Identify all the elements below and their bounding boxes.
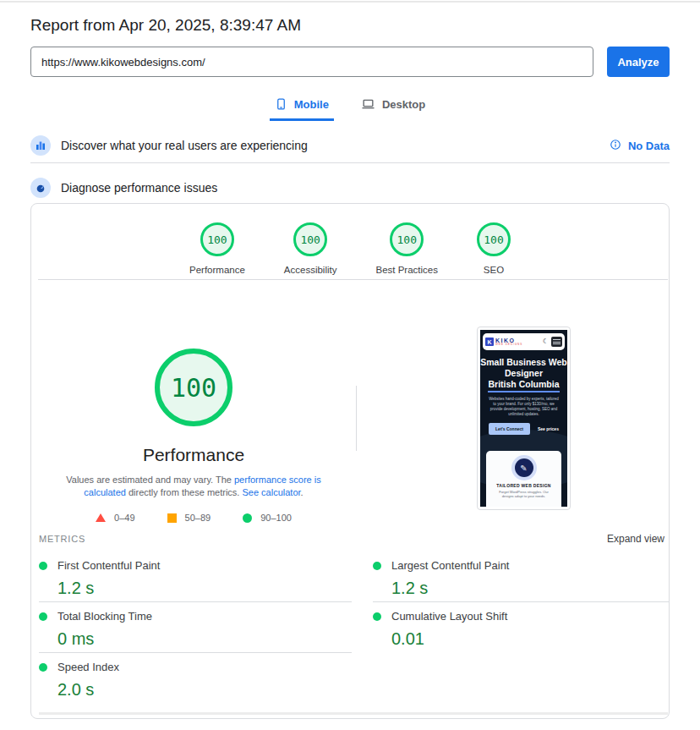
legend-pass: 90–100	[243, 513, 292, 523]
category-accessibility[interactable]: 100 Accessibility	[284, 222, 337, 275]
screenshot-headline: Small Business Web Designer British Colu…	[480, 357, 567, 392]
best-practices-score-label: Best Practices	[375, 265, 438, 275]
pass-dot-icon	[39, 562, 47, 570]
feature-body: Forget WordPress struggles. Our designs …	[493, 490, 555, 498]
metric-speed-index: Speed Index 2.0 s	[39, 652, 352, 703]
score-legend: 0–49 50–89 90–100	[31, 513, 356, 523]
metric-value: 0.01	[391, 628, 669, 649]
disclaimer-text-2: directly from these metrics.	[126, 487, 243, 497]
headline-line-2: Designer	[480, 368, 567, 379]
pass-dot-icon	[373, 562, 381, 570]
seo-score-label: SEO	[484, 265, 504, 275]
category-performance[interactable]: 100 Performance	[189, 222, 245, 275]
disclaimer-text-1: Values are estimated and may vary. The	[66, 475, 234, 485]
category-seo[interactable]: 100 SEO	[477, 222, 511, 275]
section-divider	[30, 162, 670, 163]
metric-first-contentful-paint: First Contentful Paint 1.2 s	[39, 552, 352, 601]
category-best-practices[interactable]: 100 Best Practices	[375, 222, 438, 275]
metric-value: 1.2 s	[57, 578, 352, 598]
performance-section: 100 Performance Values are estimated and…	[31, 280, 669, 533]
seo-score-circle: 100	[477, 222, 511, 256]
expand-view-button[interactable]: Expand view	[607, 533, 664, 545]
screenshot-brand-sub: WEB DESIGNS	[495, 343, 522, 346]
see-calculator-link[interactable]: See calculator	[242, 487, 300, 497]
tab-desktop[interactable]: Desktop	[356, 94, 430, 121]
metrics-heading: METRICS	[39, 534, 85, 544]
page-title: Report from Apr 20, 2025, 8:39:47 AM	[30, 15, 670, 36]
metric-cumulative-layout-shift: Cumulative Layout Shift 0.01	[373, 601, 669, 652]
pass-dot-icon	[39, 612, 47, 621]
lab-data-label: Diagnose performance issues	[61, 181, 217, 195]
fail-triangle-icon	[96, 513, 106, 522]
average-square-icon	[167, 513, 177, 523]
top-divider	[0, 1, 700, 3]
real-users-chart-icon	[30, 135, 51, 156]
feature-title: TAILORED WEB DESIGN	[486, 483, 561, 488]
info-icon[interactable]	[610, 139, 621, 153]
lab-data-row: Diagnose performance issues	[30, 178, 670, 198]
metric-total-blocking-time: Total Blocking Time 0 ms	[39, 601, 352, 652]
bottom-divider	[39, 712, 668, 715]
pass-circle-icon	[243, 513, 252, 523]
disclaimer-text-3: .	[301, 487, 304, 497]
field-data-label: Discover what your real users are experi…	[61, 139, 308, 152]
metric-value: 1.2 s	[391, 578, 669, 598]
score-disclaimer: Values are estimated and may vary. The p…	[48, 474, 340, 499]
screenshot-cta-primary: Let's Connect	[489, 423, 530, 435]
legend-average-range: 50–89	[185, 513, 211, 523]
headline-line-3: British Columbia	[488, 379, 559, 392]
metric-empty-cell	[373, 652, 669, 703]
device-tabs: Mobile Desktop	[30, 94, 670, 121]
no-data-status[interactable]: No Data	[610, 139, 670, 153]
report-card: 100 Performance 100 Accessibility 100 Be…	[30, 203, 670, 719]
screenshot-navbar: K KIKO WEB DESIGNS ☾	[483, 333, 565, 350]
desktop-laptop-icon	[361, 97, 375, 111]
legend-fail: 0–49	[96, 513, 134, 523]
analyze-button[interactable]: Analyze	[607, 47, 670, 77]
metrics-header: METRICS Expand view	[31, 533, 669, 545]
accessibility-score-label: Accessibility	[284, 265, 337, 275]
legend-average: 50–89	[167, 513, 211, 523]
performance-gauge-title: Performance	[31, 445, 356, 465]
pass-dot-icon	[373, 612, 381, 621]
tab-desktop-label: Desktop	[382, 98, 425, 111]
tab-mobile-label: Mobile	[294, 98, 329, 111]
performance-score-circle: 100	[200, 222, 234, 256]
url-input[interactable]	[30, 47, 593, 77]
no-data-label: No Data	[628, 140, 670, 152]
pass-dot-icon	[39, 663, 47, 672]
diagnose-gauge-icon	[30, 178, 51, 198]
metric-value: 2.0 s	[57, 679, 352, 700]
performance-score-label: Performance	[189, 265, 245, 275]
performance-gauge[interactable]: 100	[155, 349, 232, 426]
legend-pass-range: 90–100	[260, 513, 292, 523]
screenshot-feature-card: ✎ TAILORED WEB DESIGN Forget WordPress s…	[486, 451, 561, 507]
metric-value: 0 ms	[57, 628, 352, 649]
legend-fail-range: 0–49	[114, 513, 134, 523]
screenshot-body-text: Websites hand-coded by experts, tailored…	[488, 397, 560, 417]
screenshot-brand: K KIKO WEB DESIGNS	[485, 338, 522, 346]
screenshot-content: K KIKO WEB DESIGNS ☾ Small Business	[480, 330, 567, 507]
screenshot-cta-secondary: See prices	[538, 426, 559, 431]
kiko-logo-icon: K	[485, 338, 494, 346]
page-screenshot-thumbnail[interactable]: K KIKO WEB DESIGNS ☾ Small Business	[477, 327, 571, 510]
metric-largest-contentful-paint: Largest Contentful Paint 1.2 s	[373, 552, 669, 601]
category-scores: 100 Performance 100 Accessibility 100 Be…	[31, 204, 669, 275]
mobile-phone-icon	[275, 97, 287, 111]
hamburger-menu-icon	[551, 337, 562, 347]
moon-icon: ☾	[543, 338, 549, 345]
accessibility-score-circle: 100	[293, 222, 327, 256]
tab-mobile[interactable]: Mobile	[270, 94, 334, 121]
field-data-row: Discover what your real users are experi…	[30, 135, 670, 156]
url-form: Analyze	[30, 47, 670, 77]
pencil-icon: ✎	[515, 458, 533, 477]
headline-line-1: Small Business Web	[480, 357, 567, 368]
vertical-divider	[356, 386, 357, 451]
metrics-grid: First Contentful Paint 1.2 s Largest Con…	[39, 552, 669, 703]
best-practices-score-circle: 100	[390, 222, 424, 256]
